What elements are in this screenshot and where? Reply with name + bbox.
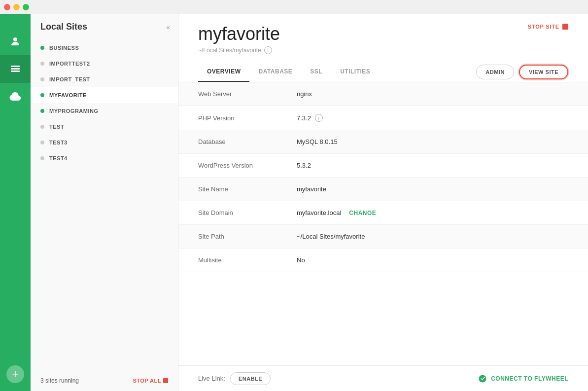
main-content: myfavorite ~/Local Sites/myfavorite i ST… — [178, 0, 588, 391]
sidebar-item-cloud[interactable] — [0, 83, 31, 110]
table-row: WordPress Version 5.3.2 — [178, 154, 588, 178]
fullscreen-traffic-light[interactable] — [23, 4, 29, 10]
site-item-myprograming[interactable]: MYPROGRAMING — [31, 103, 178, 119]
site-item-test4[interactable]: TEST4 — [31, 150, 178, 166]
site-status-dot — [40, 141, 44, 144]
info-table: Web Server nginx PHP Version 7.3.2 i Dat… — [178, 82, 588, 272]
add-site-bottom: + — [0, 365, 31, 383]
info-label-site-name: Site Name — [198, 185, 297, 193]
site-path-text: ~/Local Sites/myfavorite — [198, 47, 261, 54]
table-row: Database MySQL 8.0.15 — [178, 130, 588, 154]
info-value-site-domain: myfavorite.local CHANGE — [297, 209, 568, 216]
site-item-test3[interactable]: TEST3 — [31, 135, 178, 150]
sidebar-item-user[interactable] — [0, 28, 31, 55]
minimize-traffic-light[interactable] — [13, 4, 20, 10]
table-row: Site Name myfavorite — [178, 178, 588, 201]
traffic-lights — [4, 4, 29, 10]
site-status-dot — [40, 93, 44, 97]
site-item-label: TEST — [49, 124, 64, 130]
close-traffic-light[interactable] — [4, 4, 10, 10]
tabs-row: OVERVIEW DATABASE SSL UTILITIES ADMIN VI… — [178, 62, 588, 82]
info-label-php-version: PHP Version — [198, 114, 297, 122]
site-status-dot — [40, 125, 44, 129]
info-value-wp-version: 5.3.2 — [297, 162, 568, 169]
info-value-web-server: nginx — [297, 90, 568, 98]
site-item-label: MYFAVORITE — [49, 92, 87, 98]
site-item-label: IMPORTTEST2 — [49, 61, 90, 67]
tab-database[interactable]: DATABASE — [249, 62, 301, 82]
site-item-label: MYPROGRAMING — [49, 108, 99, 114]
site-item-label: BUSINESS — [49, 45, 79, 51]
site-item-test[interactable]: TEST — [31, 119, 178, 135]
site-item-label: TEST3 — [49, 140, 68, 145]
stop-site-label: STOP SITE — [528, 24, 559, 30]
sidebar-item-sites[interactable] — [0, 55, 31, 83]
change-domain-button[interactable]: CHANGE — [349, 210, 376, 216]
info-value-multisite: No — [297, 256, 568, 264]
tab-actions: ADMIN VIEW SITE — [476, 65, 568, 79]
titlebar — [0, 0, 588, 14]
icon-sidebar: + — [0, 0, 31, 391]
php-info-icon[interactable]: i — [315, 114, 323, 122]
info-label-multisite: Multisite — [198, 256, 297, 264]
svg-rect-2 — [11, 68, 20, 70]
user-icon — [9, 36, 21, 47]
tab-ssl[interactable]: SSL — [301, 62, 331, 82]
info-value-site-name: myfavorite — [297, 185, 568, 193]
info-label-site-domain: Site Domain — [198, 209, 297, 216]
main-header: myfavorite ~/Local Sites/myfavorite i ST… — [178, 14, 588, 54]
flywheel-icon — [478, 374, 487, 383]
live-link-section: Live Link: ENABLE — [198, 372, 271, 385]
connect-flywheel-label: CONNECT TO FLYWHEEL — [491, 375, 568, 382]
stop-all-button[interactable]: STOP ALL — [133, 378, 168, 384]
stop-site-button[interactable]: STOP SITE — [528, 24, 568, 30]
stop-all-icon — [163, 378, 168, 383]
table-row: PHP Version 7.3.2 i — [178, 106, 588, 130]
site-item-myfavorite[interactable]: MYFAVORITE — [31, 87, 178, 103]
site-status-dot — [40, 156, 44, 160]
add-site-button[interactable]: + — [6, 365, 24, 383]
site-list: BUSINESS IMPORTTEST2 IMPORT_TEST MYFAVOR… — [31, 36, 178, 370]
table-row: Web Server nginx — [178, 82, 588, 106]
site-status-dot — [40, 46, 44, 50]
site-title: myfavorite — [198, 24, 280, 44]
site-status-dot — [40, 77, 44, 81]
stop-all-label: STOP ALL — [133, 378, 161, 384]
svg-rect-3 — [11, 71, 20, 72]
info-label-web-server: Web Server — [198, 90, 297, 98]
sites-sidebar: Local Sites « BUSINESS IMPORTTEST2 IMPOR… — [31, 0, 178, 391]
sites-sidebar-header: Local Sites « — [31, 14, 178, 36]
site-item-importtest2[interactable]: IMPORTTEST2 — [31, 56, 178, 71]
site-item-import-test[interactable]: IMPORT_TEST — [31, 71, 178, 87]
info-value-php-version: 7.3.2 i — [297, 114, 568, 122]
live-link-label: Live Link: — [198, 375, 225, 382]
site-item-label: IMPORT_TEST — [49, 76, 90, 82]
collapse-sidebar-button[interactable]: « — [166, 23, 170, 31]
tab-overview[interactable]: OVERVIEW — [198, 62, 249, 82]
sites-sidebar-footer: 3 sites running STOP ALL — [31, 370, 178, 391]
site-item-label: TEST4 — [49, 155, 68, 161]
stop-site-icon — [562, 24, 568, 30]
info-label-site-path: Site Path — [198, 233, 297, 240]
site-path: ~/Local Sites/myfavorite i — [198, 46, 280, 54]
site-status-dot — [40, 109, 44, 113]
main-footer: Live Link: ENABLE CONNECT TO FLYWHEEL — [178, 365, 588, 391]
enable-live-link-button[interactable]: ENABLE — [230, 372, 271, 385]
info-value-database: MySQL 8.0.15 — [297, 138, 568, 145]
table-row: Site Domain myfavorite.local CHANGE — [178, 201, 588, 225]
site-status-dot — [40, 62, 44, 66]
admin-button[interactable]: ADMIN — [476, 65, 514, 79]
cloud-icon — [9, 91, 21, 103]
view-site-button[interactable]: VIEW SITE — [519, 65, 568, 79]
running-count: 3 sites running — [40, 377, 79, 384]
site-item-business[interactable]: BUSINESS — [31, 40, 178, 56]
tab-utilities[interactable]: UTILITIES — [331, 62, 379, 82]
sites-icon — [9, 63, 21, 75]
info-label-wp-version: WordPress Version — [198, 162, 297, 169]
path-info-icon[interactable]: i — [264, 46, 272, 54]
svg-point-0 — [13, 37, 17, 41]
info-value-site-path: ~/Local Sites/myfavorite — [297, 233, 568, 240]
svg-rect-1 — [11, 66, 20, 67]
tabs: OVERVIEW DATABASE SSL UTILITIES — [198, 62, 379, 82]
connect-flywheel-button[interactable]: CONNECT TO FLYWHEEL — [478, 374, 568, 383]
